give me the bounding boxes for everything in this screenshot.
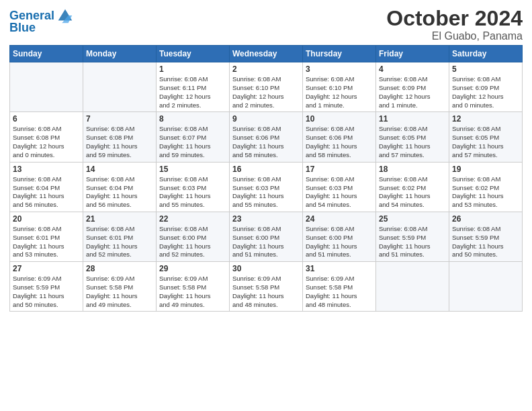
day-detail: Sunrise: 6:08 AMSunset: 6:00 PMDaylight:… — [232, 225, 300, 259]
day-detail: Sunrise: 6:09 AMSunset: 5:58 PMDaylight:… — [86, 275, 153, 309]
day-number: 18 — [379, 165, 446, 174]
calendar-cell: 5Sunrise: 6:08 AMSunset: 6:09 PMDaylight… — [449, 62, 523, 112]
calendar-cell: 31Sunrise: 6:09 AMSunset: 5:58 PMDayligh… — [303, 262, 376, 312]
calendar-cell: 7Sunrise: 6:08 AMSunset: 6:08 PMDaylight… — [83, 112, 157, 162]
weekday-header-thursday: Thursday — [303, 46, 376, 62]
day-detail: Sunrise: 6:09 AMSunset: 5:58 PMDaylight:… — [306, 275, 373, 309]
calendar-week-row: 13Sunrise: 6:08 AMSunset: 6:04 PMDayligh… — [10, 162, 523, 212]
day-detail: Sunrise: 6:08 AMSunset: 6:09 PMDaylight:… — [452, 75, 519, 109]
calendar-week-row: 1Sunrise: 6:08 AMSunset: 6:11 PMDaylight… — [10, 62, 523, 112]
month-title: October 2024 — [386, 7, 523, 30]
day-number: 13 — [13, 165, 80, 174]
calendar-cell: 27Sunrise: 6:09 AMSunset: 5:59 PMDayligh… — [10, 262, 83, 312]
day-detail: Sunrise: 6:08 AMSunset: 6:04 PMDaylight:… — [86, 175, 153, 210]
calendar-cell: 25Sunrise: 6:08 AMSunset: 5:59 PMDayligh… — [376, 212, 449, 261]
day-number: 19 — [452, 165, 519, 174]
day-number: 11 — [379, 114, 446, 124]
day-detail: Sunrise: 6:08 AMSunset: 6:02 PMDaylight:… — [452, 175, 519, 210]
day-number: 14 — [86, 165, 153, 174]
day-detail: Sunrise: 6:08 AMSunset: 6:00 PMDaylight:… — [159, 225, 226, 259]
day-detail: Sunrise: 6:08 AMSunset: 6:05 PMDaylight:… — [452, 125, 519, 159]
day-number: 29 — [159, 264, 226, 273]
day-number: 12 — [452, 114, 519, 124]
day-number: 16 — [232, 165, 300, 174]
header: General Blue October 2024 El Guabo, Pana… — [9, 7, 523, 42]
calendar-cell: 17Sunrise: 6:08 AMSunset: 6:03 PMDayligh… — [303, 162, 376, 212]
day-detail: Sunrise: 6:08 AMSunset: 6:10 PMDaylight:… — [306, 75, 373, 109]
day-detail: Sunrise: 6:08 AMSunset: 6:04 PMDaylight:… — [13, 175, 80, 210]
weekday-header-row: SundayMondayTuesdayWednesdayThursdayFrid… — [10, 46, 523, 62]
day-number: 6 — [13, 114, 80, 124]
day-number: 7 — [86, 114, 153, 124]
calendar-week-row: 6Sunrise: 6:08 AMSunset: 6:08 PMDaylight… — [10, 112, 523, 162]
day-detail: Sunrise: 6:08 AMSunset: 6:11 PMDaylight:… — [159, 75, 226, 109]
calendar-cell: 12Sunrise: 6:08 AMSunset: 6:05 PMDayligh… — [449, 112, 523, 162]
calendar-week-row: 20Sunrise: 6:08 AMSunset: 6:01 PMDayligh… — [10, 212, 523, 261]
day-detail: Sunrise: 6:08 AMSunset: 6:08 PMDaylight:… — [13, 125, 80, 159]
day-number: 15 — [159, 165, 226, 174]
day-detail: Sunrise: 6:08 AMSunset: 6:03 PMDaylight:… — [306, 175, 373, 210]
calendar-week-row: 27Sunrise: 6:09 AMSunset: 5:59 PMDayligh… — [10, 262, 523, 312]
calendar-cell: 18Sunrise: 6:08 AMSunset: 6:02 PMDayligh… — [376, 162, 449, 212]
calendar-cell: 16Sunrise: 6:08 AMSunset: 6:03 PMDayligh… — [230, 162, 303, 212]
calendar-cell: 1Sunrise: 6:08 AMSunset: 6:11 PMDaylight… — [157, 62, 230, 112]
day-number: 23 — [232, 214, 300, 224]
calendar-cell: 26Sunrise: 6:08 AMSunset: 5:59 PMDayligh… — [449, 212, 523, 261]
day-detail: Sunrise: 6:08 AMSunset: 6:06 PMDaylight:… — [306, 125, 373, 159]
logo: General Blue — [9, 7, 75, 35]
calendar-cell: 13Sunrise: 6:08 AMSunset: 6:04 PMDayligh… — [10, 162, 83, 212]
weekday-header-sunday: Sunday — [10, 46, 83, 62]
calendar-cell: 11Sunrise: 6:08 AMSunset: 6:05 PMDayligh… — [376, 112, 449, 162]
day-number: 30 — [232, 264, 300, 273]
day-number: 10 — [306, 114, 373, 124]
day-number: 3 — [306, 64, 373, 74]
calendar-cell: 6Sunrise: 6:08 AMSunset: 6:08 PMDaylight… — [10, 112, 83, 162]
day-detail: Sunrise: 6:08 AMSunset: 6:07 PMDaylight:… — [159, 125, 226, 159]
day-number: 22 — [159, 214, 226, 224]
calendar-cell: 20Sunrise: 6:08 AMSunset: 6:01 PMDayligh… — [10, 212, 83, 261]
day-number: 20 — [13, 214, 80, 224]
day-detail: Sunrise: 6:08 AMSunset: 6:10 PMDaylight:… — [232, 75, 300, 109]
day-number: 1 — [159, 64, 226, 74]
day-detail: Sunrise: 6:08 AMSunset: 5:59 PMDaylight:… — [379, 225, 446, 259]
location: El Guabo, Panama — [386, 30, 523, 42]
day-detail: Sunrise: 6:08 AMSunset: 6:00 PMDaylight:… — [306, 225, 373, 259]
month-info: October 2024 El Guabo, Panama — [386, 7, 523, 42]
day-detail: Sunrise: 6:08 AMSunset: 6:03 PMDaylight:… — [232, 175, 300, 210]
day-detail: Sunrise: 6:08 AMSunset: 6:02 PMDaylight:… — [379, 175, 446, 210]
calendar-cell: 19Sunrise: 6:08 AMSunset: 6:02 PMDayligh… — [449, 162, 523, 212]
day-number: 31 — [306, 264, 373, 273]
calendar-cell: 4Sunrise: 6:08 AMSunset: 6:09 PMDaylight… — [376, 62, 449, 112]
day-detail: Sunrise: 6:09 AMSunset: 5:58 PMDaylight:… — [232, 275, 300, 309]
calendar-cell: 29Sunrise: 6:09 AMSunset: 5:58 PMDayligh… — [157, 262, 230, 312]
calendar-cell — [83, 62, 157, 112]
weekday-header-monday: Monday — [83, 46, 157, 62]
calendar-cell: 30Sunrise: 6:09 AMSunset: 5:58 PMDayligh… — [230, 262, 303, 312]
day-detail: Sunrise: 6:08 AMSunset: 6:06 PMDaylight:… — [232, 125, 300, 159]
day-number: 27 — [13, 264, 80, 273]
day-number: 2 — [232, 64, 300, 74]
calendar-table: SundayMondayTuesdayWednesdayThursdayFrid… — [9, 45, 523, 312]
day-number: 4 — [379, 64, 446, 74]
day-detail: Sunrise: 6:09 AMSunset: 5:59 PMDaylight:… — [13, 275, 80, 309]
calendar-cell: 10Sunrise: 6:08 AMSunset: 6:06 PMDayligh… — [303, 112, 376, 162]
calendar-cell: 9Sunrise: 6:08 AMSunset: 6:06 PMDaylight… — [230, 112, 303, 162]
day-detail: Sunrise: 6:08 AMSunset: 6:01 PMDaylight:… — [86, 225, 153, 259]
calendar-cell: 8Sunrise: 6:08 AMSunset: 6:07 PMDaylight… — [157, 112, 230, 162]
day-number: 8 — [159, 114, 226, 124]
day-number: 28 — [86, 264, 153, 273]
calendar-cell: 3Sunrise: 6:08 AMSunset: 6:10 PMDaylight… — [303, 62, 376, 112]
day-number: 24 — [306, 214, 373, 224]
day-number: 25 — [379, 214, 446, 224]
page-container: General Blue October 2024 El Guabo, Pana… — [0, 0, 532, 316]
weekday-header-saturday: Saturday — [449, 46, 523, 62]
day-number: 17 — [306, 165, 373, 174]
calendar-cell: 24Sunrise: 6:08 AMSunset: 6:00 PMDayligh… — [303, 212, 376, 261]
day-detail: Sunrise: 6:08 AMSunset: 6:08 PMDaylight:… — [86, 125, 153, 159]
calendar-cell: 2Sunrise: 6:08 AMSunset: 6:10 PMDaylight… — [230, 62, 303, 112]
calendar-cell — [376, 262, 449, 312]
calendar-cell: 23Sunrise: 6:08 AMSunset: 6:00 PMDayligh… — [230, 212, 303, 261]
weekday-header-friday: Friday — [376, 46, 449, 62]
weekday-header-tuesday: Tuesday — [157, 46, 230, 62]
day-number: 5 — [452, 64, 519, 74]
